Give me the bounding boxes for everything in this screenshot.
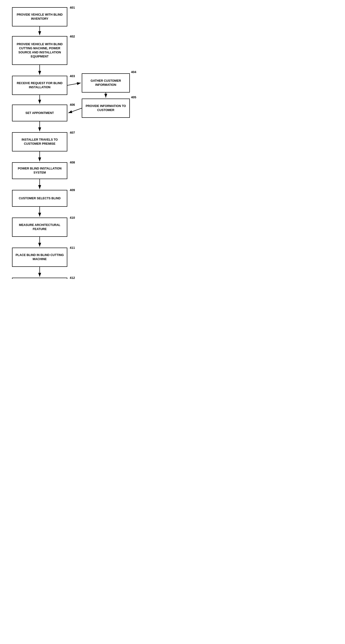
box-412: CUT BLIND TO DESIRED SIZE (12, 278, 67, 279)
box-402: PROVIDE VEHICLE WITH BLIND CUTTING MACHI… (12, 36, 67, 65)
box-405: PROVIDE INFORMATION TO CUSTOMER (82, 98, 130, 118)
num-401: 401 (70, 6, 75, 10)
num-407: 407 (70, 131, 75, 134)
box-410: MEASURE ARCHITECTURAL FEATURE (12, 218, 67, 237)
box-408: POWER BLIND INSTALLATION SYSTEM (12, 162, 67, 179)
svg-line-3 (67, 83, 81, 85)
num-408: 408 (70, 160, 75, 164)
num-402: 402 (70, 34, 75, 38)
num-405: 405 (131, 96, 136, 99)
box-404: GATHER CUSTOMER INFORMATION (82, 73, 130, 92)
box-401: PROVIDE VEHICLE WITH BLIND INVENTORY (12, 7, 67, 26)
num-410: 410 (70, 216, 75, 220)
num-412: 412 (70, 276, 75, 279)
box-407: INSTALLER TRAVELS TO CUSTOMER PREMISE (12, 132, 67, 152)
box-406: SET APPOINTMENT (12, 104, 67, 122)
box-411: PLACE BLIND IN BLIND CUTTING MACHINE (12, 248, 67, 267)
box-403: RECEIVE REQUEST FOR BLIND INSTALLATION (12, 76, 67, 95)
num-409: 409 (70, 188, 75, 192)
num-403: 403 (70, 74, 75, 78)
flowchart-diagram: PROVIDE VEHICLE WITH BLIND INVENTORY 401… (5, 5, 140, 274)
num-406: 406 (70, 103, 75, 106)
box-409: CUSTOMER SELECTS BLIND (12, 190, 67, 207)
num-404: 404 (131, 70, 136, 74)
num-411: 411 (70, 246, 75, 250)
svg-line-5 (68, 108, 82, 113)
